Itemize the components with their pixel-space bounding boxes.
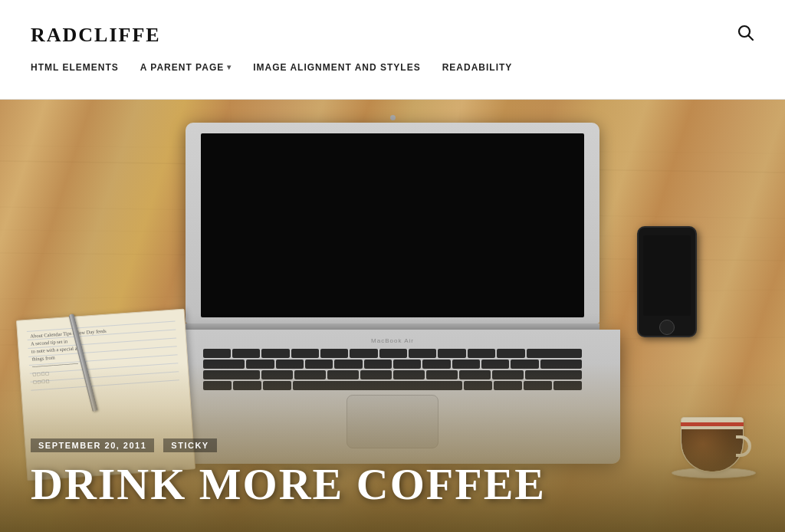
site-header: RADCLIFFE HTML ELEMENTS A PARENT PAGE ▾ …	[0, 0, 785, 100]
main-nav: HTML ELEMENTS A PARENT PAGE ▾ IMAGE ALIG…	[31, 59, 754, 76]
smartphone	[637, 226, 697, 337]
nav-item-html-elements[interactable]: HTML ELEMENTS	[31, 59, 119, 76]
site-title[interactable]: RADCLIFFE	[31, 24, 161, 47]
hero-section: MacBook Air	[0, 100, 785, 532]
hero-text-area: SEPTEMBER 20, 2011 STICKY DRINK MORE COF…	[0, 438, 785, 532]
chevron-down-icon: ▾	[227, 63, 232, 71]
nav-item-readability[interactable]: READABILITY	[442, 59, 513, 76]
hero-title: DRINK MORE COFFEE	[31, 460, 754, 509]
nav-item-image-alignment[interactable]: IMAGE ALIGNMENT AND STYLES	[253, 59, 420, 76]
svg-line-1	[749, 36, 754, 41]
nav-item-parent-page[interactable]: A PARENT PAGE ▾	[140, 59, 232, 76]
nav-item-parent-page-label: A PARENT PAGE	[140, 62, 224, 73]
search-icon[interactable]	[737, 25, 754, 45]
hero-date: SEPTEMBER 20, 2011	[31, 438, 154, 452]
hero-tag: STICKY	[163, 438, 216, 452]
